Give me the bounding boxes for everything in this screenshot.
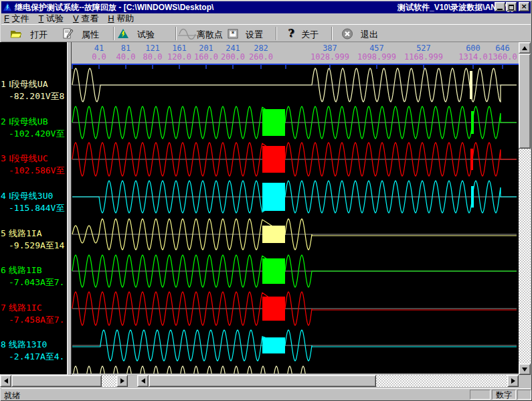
menu-item-file[interactable]: F 文件 — [4, 13, 29, 25]
channel-range: -102.420V至 — [9, 128, 67, 140]
toolbar: 打开 属性 试验 离散点 * 设置 ? ? — [1, 24, 531, 42]
settings-button[interactable]: 设置 — [246, 29, 263, 41]
channel-label-2[interactable]: 2Ⅰ段母线UB-102.420V至 — [0, 116, 67, 140]
time-ms: 80.0 — [143, 53, 163, 62]
ruler-tick-label: 3871028.999 — [311, 44, 349, 62]
settings-box-icon[interactable]: * — [227, 28, 239, 39]
labels-scrollbar-track[interactable] — [102, 375, 116, 387]
event-marker-ch4 — [471, 186, 474, 208]
time-ms: 1168.999 — [404, 53, 443, 62]
svg-text:*: * — [231, 29, 235, 38]
channel-label-5[interactable]: 5线路1IA-9.529A至14 — [0, 228, 67, 252]
time-ms: 120.0 — [167, 53, 191, 62]
about-button[interactable]: 关于 — [301, 29, 319, 41]
channel-label-7[interactable]: 7线路1IC-7.458A至7. — [0, 302, 67, 326]
scroll-up-button[interactable] — [519, 42, 531, 54]
ruler-tick-label: 241200.0 — [221, 44, 245, 62]
exit-button[interactable]: 退出 — [361, 29, 378, 41]
waveform-area[interactable] — [72, 64, 519, 374]
open-button[interactable]: 打开 — [30, 29, 48, 41]
ruler-tick-label: 282260.0 — [249, 44, 273, 62]
vertical-scrollbar-track[interactable] — [519, 149, 531, 364]
document-pen-icon[interactable] — [62, 28, 74, 39]
menu-item-view[interactable]: V 查看 — [73, 13, 98, 25]
channel-label-4[interactable]: 4Ⅰ段母线3U0-115.844V至 — [0, 190, 67, 214]
toolbar-separator — [113, 27, 114, 40]
down-arrow-icon — [522, 368, 527, 372]
dense-block-ch8 — [262, 337, 285, 353]
time-ms: 160.0 — [194, 53, 218, 62]
restore-button[interactable] — [506, 2, 517, 11]
time-ms: 40.0 — [116, 53, 136, 62]
labels-scrollbar-thumb[interactable] — [11, 375, 102, 387]
panel-divider[interactable] — [67, 42, 72, 375]
wave-scrollbar-thumb[interactable] — [149, 375, 376, 387]
time-ms: 0.0 — [92, 53, 106, 62]
event-marker-ch3 — [470, 149, 473, 170]
wave-scrollbar-track[interactable] — [376, 375, 507, 387]
channel-range: -9.529A至14 — [9, 240, 67, 252]
channel-label-6[interactable]: 6线路1IB-7.043A至7. — [0, 264, 67, 289]
time-ms: 1098.999 — [357, 53, 396, 62]
ruler: 410.08140.012180.0161120.0201160.0241200… — [72, 42, 519, 64]
toolbar-separator — [331, 27, 333, 40]
channel-range: -115.844V至 — [9, 202, 67, 214]
channel-name: 3Ⅰ段母线UC — [0, 153, 67, 165]
vertical-scrollbar-thumb[interactable] — [519, 54, 531, 149]
open-folder-icon[interactable] — [10, 28, 22, 39]
channel-label-panel: 1Ⅰ段母线UA-82.201V至82Ⅰ段母线UB-102.420V至3Ⅰ段母线U… — [0, 42, 67, 374]
event-marker-ch2 — [471, 111, 474, 134]
menu-label: 文件 — [12, 13, 29, 23]
wave-scroll-left-button[interactable] — [137, 375, 149, 387]
menu-item-test[interactable]: T 试验 — [39, 13, 64, 25]
ruler-tick-label: 161120.0 — [167, 44, 191, 62]
channel-range: -7.043A至7. — [9, 276, 67, 289]
ruler-tick-label: 6001314.0 — [458, 44, 487, 62]
event-marker-ch1 — [470, 71, 472, 99]
status-panel-numlock: 数字 — [492, 390, 516, 400]
labels-scroll-left-button[interactable] — [0, 375, 11, 387]
channel-range: -102.586V至 — [9, 165, 67, 177]
lightning-triangle-icon[interactable] — [117, 28, 129, 39]
channel-label-8[interactable]: 8线路13I0-2.417A至4. — [0, 339, 67, 363]
close-button[interactable]: × — [519, 2, 529, 11]
right-arrow-icon — [511, 378, 515, 384]
dense-block-ch5 — [262, 226, 285, 243]
channel-name: 2Ⅰ段母线UB — [0, 116, 67, 128]
exit-circle-icon[interactable] — [341, 28, 353, 39]
channel-label-3[interactable]: 3Ⅰ段母线UC-102.586V至 — [0, 153, 67, 177]
ruler-tick-label: 201160.0 — [194, 44, 218, 62]
minimize-button[interactable] — [495, 2, 505, 11]
question-mark-icon[interactable]: ? ? — [285, 28, 297, 39]
minimize-icon — [497, 4, 503, 10]
ruler-tick-label: 5271168.999 — [404, 44, 443, 62]
properties-button[interactable]: 属性 — [82, 29, 99, 41]
scroll-down-button[interactable] — [519, 364, 531, 375]
window-title: 继电保护测试系统--故障回放 - [C:\WINDOWS\Desktop\ — [15, 2, 213, 13]
dense-block-ch6 — [262, 258, 285, 284]
app-window: 继电保护测试系统--故障回放 - [C:\WINDOWS\Desktop\ 测试… — [0, 0, 532, 401]
time-ms: 1360.0 — [488, 53, 517, 62]
menu-item-help[interactable]: H 帮助 — [108, 13, 134, 25]
ruler-tick-label: 410.0 — [92, 44, 106, 62]
waveform-canvas — [72, 64, 519, 374]
channel-name: 7线路1IC — [0, 302, 67, 314]
sine-wave-icon[interactable] — [178, 28, 197, 39]
dense-block-ch2 — [262, 109, 285, 136]
labels-scroll-right-button[interactable] — [116, 375, 128, 387]
toolbar-separator — [276, 27, 277, 40]
up-arrow-icon — [522, 46, 527, 50]
channel-range: -82.201V至8 — [9, 90, 67, 102]
menu-hotkey: H — [108, 13, 114, 23]
left-arrow-icon — [141, 378, 145, 384]
dense-block-ch4 — [262, 183, 285, 211]
channel-name: 6线路1IB — [0, 264, 67, 276]
test-button[interactable]: 试验 — [137, 29, 155, 41]
channel-name: 8线路13I0 — [0, 339, 67, 351]
discrete-points-button[interactable]: 离散点 — [197, 29, 223, 41]
trace-ch9 — [72, 366, 517, 374]
wave-scroll-right-button[interactable] — [507, 375, 519, 387]
right-arrow-icon — [120, 378, 124, 384]
channel-name: 1Ⅰ段母线UA — [0, 78, 67, 90]
channel-label-1[interactable]: 1Ⅰ段母线UA-82.201V至8 — [0, 78, 67, 102]
